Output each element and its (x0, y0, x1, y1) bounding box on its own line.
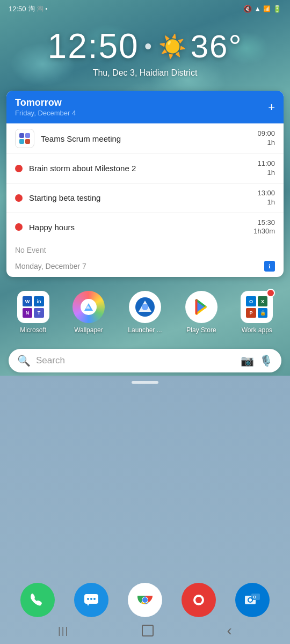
dock-app-messages[interactable] (74, 583, 108, 617)
chrome-svg (135, 590, 155, 610)
recorder-svg (190, 591, 207, 609)
recent-apps-button[interactable]: ||| (58, 625, 69, 636)
back-icon: ‹ (227, 622, 232, 639)
home-pill (132, 381, 158, 384)
event-start-0: 09:00 (257, 129, 275, 138)
app-item-microsoft[interactable]: W in N T Microsoft (17, 291, 49, 334)
svg-point-30 (249, 598, 252, 602)
event-dur-1: 1h (257, 169, 275, 178)
wa-cell-1: O (246, 296, 256, 306)
event-start-2: 13:00 (257, 189, 275, 198)
back-button[interactable]: ‹ (227, 622, 232, 639)
svg-point-22 (142, 597, 148, 603)
home-button[interactable] (142, 625, 154, 636)
event-item-2[interactable]: Starting beta testing 13:00 1h (6, 184, 284, 213)
calendar-footer: Monday, December 7 ℹ (6, 258, 284, 277)
app-item-launcher[interactable]: Launcher ... (128, 291, 162, 334)
svg-rect-3 (25, 139, 30, 144)
event-dur-2: 1h (257, 198, 275, 207)
dock-app-recorder[interactable] (182, 583, 216, 617)
wallpaper-inner (81, 299, 97, 315)
event-name-3: Happy hours (29, 223, 247, 232)
event-dur-0: 1h (257, 138, 275, 148)
event-start-1: 11:00 (257, 159, 275, 169)
clock-time-text: 12:50 (48, 26, 139, 66)
dock-app-chrome[interactable] (128, 583, 162, 617)
playstore-label: Play Store (186, 326, 216, 334)
app-item-playstore[interactable]: Play Store (185, 291, 218, 334)
calendar-title: Tomorrow (15, 97, 76, 108)
status-right: 🔇 ▲ 📶 🔋 (243, 5, 281, 13)
outlook-svg: O (244, 591, 261, 609)
ms-cell-onenote: N (23, 308, 33, 318)
signal-icon: 📶 (263, 5, 271, 12)
ms-cell-teams: T (34, 308, 44, 318)
event-dur-3: 1h30m (253, 227, 275, 236)
playstore-svg (191, 297, 212, 317)
event-list: Teams Scrum meeting 09:00 1h Brain storm… (6, 123, 284, 241)
calendar-footer-icon: ℹ (264, 261, 275, 272)
event-dot-1 (15, 165, 23, 172)
clock-display: 12:50 • ☀️ 36° (0, 26, 290, 66)
svg-rect-0 (19, 133, 24, 138)
event-name-2: Starting beta testing (29, 193, 251, 202)
mountain-svg (83, 302, 94, 312)
event-item-1[interactable]: Brain storm about Milestone 2 11:00 1h (6, 154, 284, 184)
workapps-icon: O X P 🔒 (241, 291, 273, 323)
camera-search-icon[interactable]: 📷 (241, 354, 254, 367)
home-icon (142, 625, 154, 636)
home-indicator (0, 381, 290, 384)
wallpaper-circle (73, 291, 105, 323)
weather-display: ☀️ 36° (158, 28, 243, 65)
no-event-label: No Event (6, 241, 284, 258)
mute-icon: 🔇 (243, 5, 252, 13)
microsoft-icon: W in N T (17, 291, 49, 323)
teams-icon (15, 129, 34, 148)
search-placeholder[interactable]: Search (36, 355, 235, 366)
dot-indicator: • (46, 6, 48, 12)
calendar-add-button[interactable]: + (268, 100, 275, 114)
launcher-icon (129, 291, 161, 323)
event-item-3[interactable]: Happy hours 15:30 1h30m (6, 213, 284, 242)
messages-svg (83, 591, 100, 609)
calendar-header: Tomorrow Friday, December 4 + (6, 91, 284, 123)
wa-cell-2: X (258, 296, 268, 306)
launcher-svg (135, 297, 155, 317)
recent-icon: ||| (58, 625, 69, 636)
wa-cell-4: 🔒 (258, 308, 268, 318)
status-left: 12:50 淘 淘 • (9, 4, 47, 13)
event-time-3: 15:30 1h30m (253, 218, 275, 237)
dock-app-outlook[interactable]: O (235, 583, 270, 617)
svg-rect-2 (19, 139, 24, 144)
status-time: 12:50 (9, 5, 26, 13)
ms-cell-linkedin: in (34, 296, 44, 306)
bottom-dock: O (0, 583, 290, 617)
event-time-1: 11:00 1h (257, 159, 275, 178)
event-name-1: Brain storm about Milestone 2 (29, 164, 251, 173)
svg-point-24 (195, 597, 202, 603)
workapps-label: Work apps (242, 326, 272, 334)
taobao-icon2: 淘 (37, 4, 44, 13)
workapps-badge (266, 289, 275, 297)
svg-point-16 (90, 598, 92, 600)
calendar-subtitle: Friday, December 4 (15, 109, 76, 117)
svg-point-8 (142, 304, 148, 310)
microsoft-label: Microsoft (20, 326, 46, 334)
dock-app-phone[interactable] (20, 583, 55, 617)
event-start-3: 15:30 (253, 218, 275, 228)
event-time-0: 09:00 1h (257, 129, 275, 148)
search-bar[interactable]: 🔍 Search 📷 🎙️ (9, 349, 281, 372)
app-item-workapps[interactable]: O X P 🔒 Work apps (241, 291, 273, 334)
event-item-teams[interactable]: Teams Scrum meeting 09:00 1h (6, 123, 284, 154)
ms-grid: W in N T (23, 296, 44, 318)
wa-cell-3: P (246, 308, 256, 318)
status-bar: 12:50 淘 淘 • 🔇 ▲ 📶 🔋 (0, 0, 290, 16)
playstore-icon (185, 291, 218, 323)
footer-date: Monday, December 7 (15, 262, 86, 270)
svg-point-15 (87, 598, 89, 600)
svg-point-17 (93, 598, 96, 600)
sun-icon: ☀️ (158, 33, 187, 60)
microphone-icon[interactable]: 🎙️ (259, 354, 273, 367)
ms-cell-word: W (23, 296, 33, 306)
app-item-wallpaper[interactable]: Wallpaper (73, 291, 105, 334)
